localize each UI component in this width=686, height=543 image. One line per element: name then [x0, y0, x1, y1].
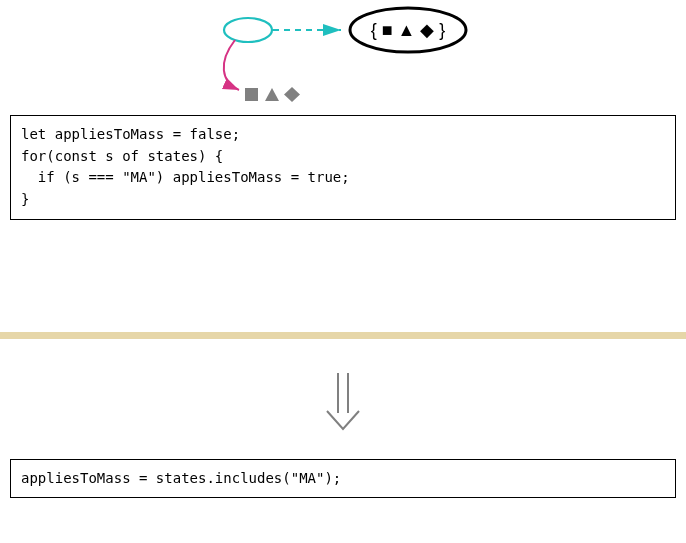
iteration-diagram: { ■ ▲ ◆ }	[0, 0, 686, 115]
diamond-icon	[284, 87, 300, 102]
triangle-icon	[265, 88, 279, 101]
code-block-after: appliesToMass = states.includes("MA");	[10, 459, 676, 499]
code-line: for(const s of states) {	[21, 148, 223, 164]
square-icon	[245, 88, 258, 101]
code-block-before: let appliesToMass = false; for(const s o…	[10, 115, 676, 220]
code-line: appliesToMass = states.includes("MA");	[21, 470, 341, 486]
transform-arrow	[0, 367, 686, 437]
target-glyphs: { ■ ▲ ◆ }	[371, 20, 446, 40]
code-line: }	[21, 191, 29, 207]
curved-arrow	[224, 40, 239, 90]
code-line: if (s === "MA") appliesToMass = true;	[21, 169, 350, 185]
double-down-arrow-icon	[323, 371, 363, 433]
diagram-svg: { ■ ▲ ◆ }	[193, 0, 493, 112]
source-oval	[224, 18, 272, 42]
code-line: let appliesToMass = false;	[21, 126, 240, 142]
section-divider	[0, 332, 686, 339]
